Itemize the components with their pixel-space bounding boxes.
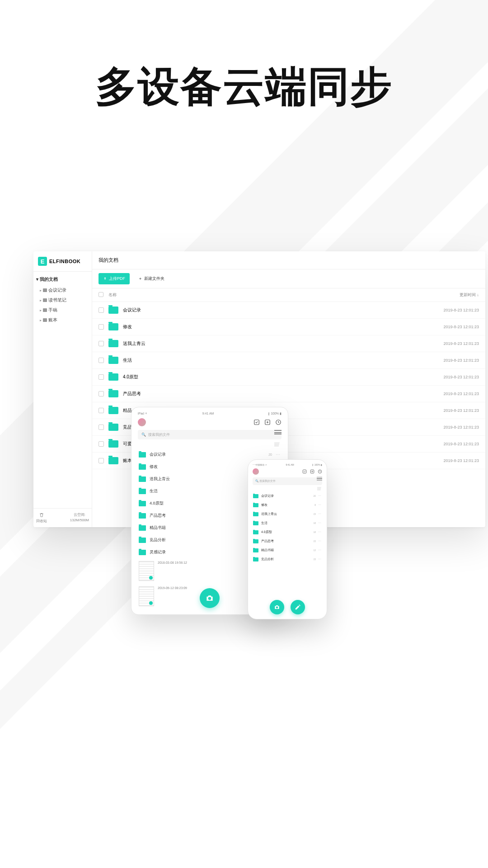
row-checkbox[interactable] [99,324,104,330]
table-row[interactable]: 4.0原型 2019-8-23 12:01:23 [92,369,485,386]
more-icon[interactable]: ⋯ [318,530,322,534]
add-icon[interactable] [264,419,271,425]
list-item[interactable]: 送我上青云 15 ⋯ [253,509,322,519]
clock-icon[interactable] [318,469,322,474]
more-icon[interactable]: ⋯ [318,548,322,552]
row-checkbox[interactable] [99,391,104,396]
list-item[interactable]: 产品思考 15 ⋯ [253,537,322,546]
status-bar: iPad ᯤ9:41 AM∦ 100% ▮ [138,412,282,415]
clock-icon[interactable] [275,419,282,425]
brand-logo[interactable]: E ELFINBOOK [33,251,92,272]
list-item[interactable]: 精品书籍 12 ⋯ [253,546,322,555]
tree-root[interactable]: ▾ 我的文档 [36,276,89,283]
search-input[interactable]: 搜索我的文件 [138,430,282,439]
row-checkbox[interactable] [99,408,104,413]
tree-leaf[interactable]: 会议记录 [36,285,89,295]
menu-icon[interactable] [317,477,322,481]
more-icon[interactable]: ⋯ [318,557,322,561]
upload-icon [103,277,107,281]
folder-name: 4.0原型 [261,530,313,534]
more-icon[interactable]: ⋯ [318,494,322,498]
folder-icon [139,525,146,531]
folder-name: 竞品分析 [261,557,313,561]
hero: 多设备云端同步 [0,0,488,115]
tag-filter[interactable] [138,441,282,448]
row-checkbox[interactable] [99,341,104,346]
folder-icon [108,307,118,314]
check-icon[interactable] [253,419,260,425]
folder-time: 2019-8-23 12:01:23 [425,408,479,413]
edit-fab[interactable] [291,600,305,614]
folder-icon [108,357,118,364]
folder-icon [139,501,146,506]
table-row[interactable]: 会议记录 2019-8-23 12:01:23 [92,302,485,319]
folder-icon [253,494,258,498]
avatar[interactable] [253,468,259,475]
tag-filter[interactable] [253,486,322,491]
list-item[interactable]: 会议记录 20 ⋯ [138,448,282,461]
select-all-checkbox[interactable] [99,292,108,298]
tree-leaf[interactable]: 读书笔记 [36,295,89,305]
tablet-header [138,418,282,426]
table-row[interactable]: 生活 2019-8-23 12:01:23 [92,352,485,369]
row-checkbox[interactable] [99,307,104,313]
svg-rect-0 [254,420,259,425]
item-count: 15 [313,513,316,515]
avatar[interactable] [138,418,146,426]
folder-name: 4.0原型 [123,374,425,380]
camera-fab[interactable] [200,588,220,608]
folder-icon [253,512,258,516]
more-icon[interactable]: ⋯ [318,512,322,516]
camera-fab[interactable] [270,600,284,614]
list-item[interactable]: 修改 8 ⋯ [253,500,322,509]
trash-icon [39,512,44,518]
check-icon[interactable] [302,469,307,474]
folder-time: 2019-8-23 12:01:23 [425,308,479,312]
folder-icon [108,323,118,330]
tree-leaf[interactable]: 账本 [36,315,89,325]
row-checkbox[interactable] [99,425,104,430]
doc-date: 2018-03-08 19:56:12 [158,561,187,564]
col-time[interactable]: 更新时间 ↓ [425,292,479,298]
trash-button[interactable]: 回收站 [36,512,47,524]
row-checkbox[interactable] [99,458,104,463]
folder-icon [139,513,146,519]
row-checkbox[interactable] [99,441,104,447]
folder-icon [108,457,118,464]
more-icon[interactable]: ⋯ [318,503,322,507]
folder-name: 精品书籍 [261,548,313,552]
storage-info: 云空间: 132M/500M [70,512,89,524]
menu-icon[interactable] [274,430,282,434]
table-row[interactable]: 产品思考 2019-8-23 12:01:23 [92,386,485,402]
list-item[interactable]: 4.0原型 18 ⋯ [253,528,322,537]
folder-icon [253,557,258,561]
tree-leaf[interactable]: 手稿 [36,305,89,315]
more-icon[interactable]: ⋯ [318,539,322,543]
more-icon[interactable]: ⋯ [318,521,322,525]
add-icon[interactable] [310,469,314,474]
table-row[interactable]: 送我上青云 2019-8-23 12:01:23 [92,335,485,352]
svg-rect-3 [303,470,306,473]
folder-name: 会议记录 [261,494,313,498]
more-icon[interactable]: ⋯ [276,452,281,457]
page-title: 我的文档 [92,251,485,269]
folder-icon [108,340,118,347]
folder-icon [108,407,118,414]
folder-icon [139,464,146,470]
folder-time: 2019-8-23 12:01:23 [425,442,479,446]
search-input[interactable]: 🔍 搜索我的文件 [253,477,322,485]
camera-icon [274,604,280,610]
new-folder-button[interactable]: ＋ 新建文件夹 [133,273,169,284]
row-checkbox[interactable] [99,358,104,363]
toolbar: 上传PDF ＋ 新建文件夹 [92,269,485,288]
folder-time: 2019-8-23 12:01:23 [425,325,479,329]
col-name[interactable]: 名称 [108,292,425,298]
row-checkbox[interactable] [99,374,104,380]
list-item[interactable]: 生活 18 ⋯ [253,519,322,528]
list-item[interactable]: 会议记录 20 ⋯ [253,491,322,500]
upload-pdf-button[interactable]: 上传PDF [99,273,130,284]
list-item[interactable]: 竞品分析 15 ⋯ [253,555,322,564]
table-row[interactable]: 修改 2019-8-23 12:01:23 [92,319,485,335]
phone-app: ᠁ 中国移动 ᯤ9:41 AM∦ 100% ▮ 🔍 搜索我的文件 会议记录 20… [248,459,327,619]
item-count: 20 [268,453,272,456]
